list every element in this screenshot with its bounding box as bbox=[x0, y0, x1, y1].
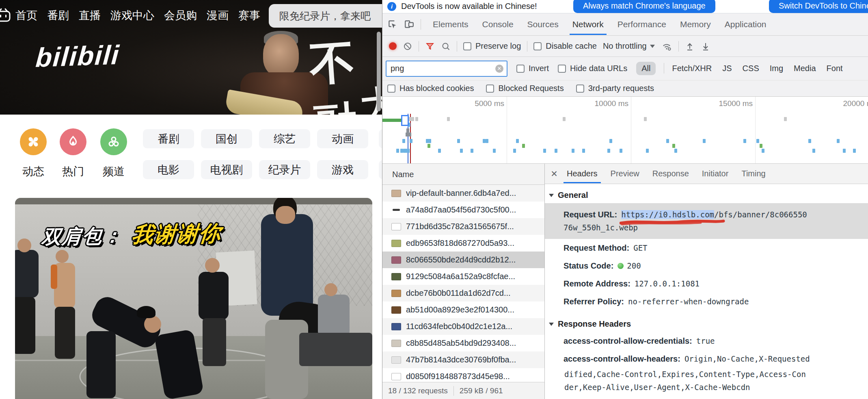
nav-item[interactable]: 漫画 bbox=[207, 8, 229, 23]
table-row[interactable]: 11cd634febc0b40d2c1e12a... bbox=[382, 318, 544, 335]
devtools-tab[interactable]: Performance bbox=[611, 14, 673, 35]
category-button-clipped[interactable] bbox=[379, 129, 382, 148]
table-row[interactable]: 9129c5084a6a152a9c8fcfae... bbox=[382, 268, 544, 285]
detail-tabbar: ✕ HeadersPreviewResponseInitiatorTiming bbox=[545, 164, 868, 184]
request-type-filter[interactable]: Fetch/XHR bbox=[672, 64, 712, 73]
device-toolbar-icon[interactable] bbox=[404, 19, 415, 30]
request-type-filter[interactable]: CSS bbox=[743, 64, 759, 73]
clear-filter-icon[interactable] bbox=[495, 65, 503, 73]
nav-item[interactable]: 首页 bbox=[15, 8, 37, 23]
quick-link-dynamics[interactable]: 动态 bbox=[20, 128, 47, 179]
preserve-log-checkbox[interactable]: Preserve log bbox=[463, 41, 521, 51]
table-row[interactable]: edb9653f818d687270d5a93... bbox=[382, 235, 544, 252]
category-button[interactable]: 游戏 bbox=[317, 160, 368, 179]
filter-icon[interactable] bbox=[425, 41, 435, 51]
top-nav: 首页番剧直播游戏中心会员购漫画赛事 bbox=[15, 0, 260, 30]
request-type-filter[interactable]: Font bbox=[827, 64, 843, 73]
selected-request-bar bbox=[382, 119, 402, 122]
thumbnail-person bbox=[137, 306, 155, 318]
checkbox[interactable] bbox=[387, 85, 395, 93]
category-button[interactable]: 电视剧 bbox=[201, 160, 252, 179]
devtools-tab[interactable]: Elements bbox=[426, 14, 475, 35]
bilibili-tv-icon[interactable] bbox=[0, 8, 11, 23]
filter-checkbox[interactable]: 3rd-party requests bbox=[576, 84, 654, 93]
category-button[interactable]: 动画 bbox=[317, 129, 368, 148]
checkbox[interactable] bbox=[486, 85, 494, 93]
gridline bbox=[631, 97, 631, 163]
pinwheel-icon bbox=[20, 128, 47, 155]
request-type-filter[interactable]: Img bbox=[770, 64, 783, 73]
response-headers-section-header[interactable]: Response Headers bbox=[549, 319, 868, 329]
filter-input[interactable] bbox=[386, 61, 507, 77]
category-button-clipped[interactable] bbox=[379, 160, 382, 179]
table-row[interactable]: a74a8d7aa054f56d730c5f00... bbox=[382, 202, 544, 218]
detail-tab[interactable]: Timing bbox=[735, 164, 772, 183]
devtools-tab[interactable]: Network bbox=[566, 14, 611, 35]
name-column-header[interactable]: Name bbox=[382, 164, 544, 185]
devtools-tab[interactable]: Memory bbox=[673, 14, 718, 35]
devtools-tab[interactable]: Sources bbox=[520, 14, 566, 35]
disable-cache-checkbox[interactable]: Disable cache bbox=[533, 41, 597, 51]
request-type-filter[interactable]: JS bbox=[722, 64, 732, 73]
file-thumbnail-icon bbox=[391, 256, 401, 264]
request-name: a74a8d7aa054f56d730c5f00... bbox=[406, 205, 516, 215]
page-scrollbar-thumb[interactable] bbox=[377, 32, 381, 111]
category-button[interactable]: 国创 bbox=[201, 129, 252, 148]
network-conditions-icon[interactable] bbox=[661, 41, 672, 52]
divider bbox=[678, 41, 679, 52]
search-icon[interactable] bbox=[441, 41, 451, 51]
detail-tab[interactable]: Headers bbox=[560, 164, 604, 183]
quick-link-channels[interactable]: 频道 bbox=[100, 128, 127, 179]
request-type-filter[interactable]: All bbox=[636, 62, 656, 75]
nav-item[interactable]: 会员购 bbox=[164, 8, 197, 23]
category-button[interactable]: 番剧 bbox=[143, 129, 194, 148]
clear-icon[interactable] bbox=[403, 41, 412, 51]
video-thumbnail[interactable]: 双肩包：我谢谢你 bbox=[15, 198, 372, 399]
table-row[interactable]: dcbe76b0b011da1d62d7cd... bbox=[382, 285, 544, 301]
quick-link-hot[interactable]: 热门 bbox=[60, 128, 86, 179]
table-row[interactable]: 47b7b814a3dce30769bf0fba... bbox=[382, 351, 544, 368]
invert-checkbox[interactable]: Invert bbox=[516, 64, 549, 73]
table-row[interactable]: vip-default-banner.6db4a7ed... bbox=[382, 185, 544, 202]
bilibili-logo[interactable]: bilibili bbox=[35, 39, 121, 73]
nav-item[interactable]: 赛事 bbox=[238, 8, 260, 23]
thumbnail-person bbox=[51, 265, 57, 289]
request-type-filter[interactable]: Media bbox=[794, 64, 816, 73]
request-name: 11cd634febc0b40d2c1e12a... bbox=[406, 322, 512, 331]
detail-tab[interactable]: Preview bbox=[604, 164, 646, 183]
checkbox[interactable] bbox=[516, 65, 525, 73]
devtools-tab[interactable]: Application bbox=[718, 14, 773, 35]
category-button[interactable]: 电影 bbox=[143, 160, 194, 179]
throttling-select[interactable]: No throttling bbox=[603, 41, 655, 51]
close-icon[interactable]: ✕ bbox=[548, 169, 560, 179]
import-har-icon[interactable] bbox=[685, 41, 695, 51]
detail-tab[interactable]: Initiator bbox=[695, 164, 735, 183]
record-icon[interactable] bbox=[389, 42, 397, 50]
hide-data-urls-checkbox[interactable]: Hide data URLs bbox=[558, 64, 627, 73]
table-row[interactable]: 8c066550bde2d4d9cdd2b12... bbox=[382, 252, 544, 268]
filter-checkbox[interactable]: Has blocked cookies bbox=[387, 84, 474, 93]
always-match-language-button[interactable]: Always match Chrome's language bbox=[573, 0, 715, 13]
nav-item[interactable]: 游戏中心 bbox=[110, 8, 154, 23]
nav-item[interactable]: 直播 bbox=[79, 8, 101, 23]
search-input[interactable]: 限免纪录片，拿来吧 bbox=[269, 4, 382, 28]
export-har-icon[interactable] bbox=[701, 41, 710, 51]
checkbox[interactable] bbox=[533, 42, 542, 50]
devtools-tab[interactable]: Console bbox=[475, 14, 520, 35]
detail-tab[interactable]: Response bbox=[646, 164, 695, 183]
table-row[interactable]: 771bd6d35c782a31565675f... bbox=[382, 218, 544, 235]
transferred-size: 259 kB / 961 bbox=[460, 386, 503, 395]
category-button[interactable]: 综艺 bbox=[259, 129, 310, 148]
category-button[interactable]: 纪录片 bbox=[259, 160, 310, 179]
network-overview-timeline[interactable]: 5000 ms 10000 ms 15000 ms 20000 bbox=[382, 97, 868, 164]
checkbox[interactable] bbox=[576, 85, 584, 93]
table-row[interactable]: ab51d00a8929e3e2f014300... bbox=[382, 301, 544, 318]
inspect-element-icon[interactable] bbox=[387, 19, 398, 30]
checkbox[interactable] bbox=[463, 42, 471, 50]
filter-checkbox[interactable]: Blocked Requests bbox=[486, 84, 564, 93]
table-row[interactable]: c8b85d485ab54bd9d293408... bbox=[382, 335, 544, 351]
general-section-header[interactable]: General bbox=[549, 191, 868, 200]
nav-item[interactable]: 番剧 bbox=[47, 8, 69, 23]
switch-to-chinese-button[interactable]: Switch DevTools to Chinese bbox=[769, 0, 868, 13]
checkbox[interactable] bbox=[558, 65, 566, 73]
